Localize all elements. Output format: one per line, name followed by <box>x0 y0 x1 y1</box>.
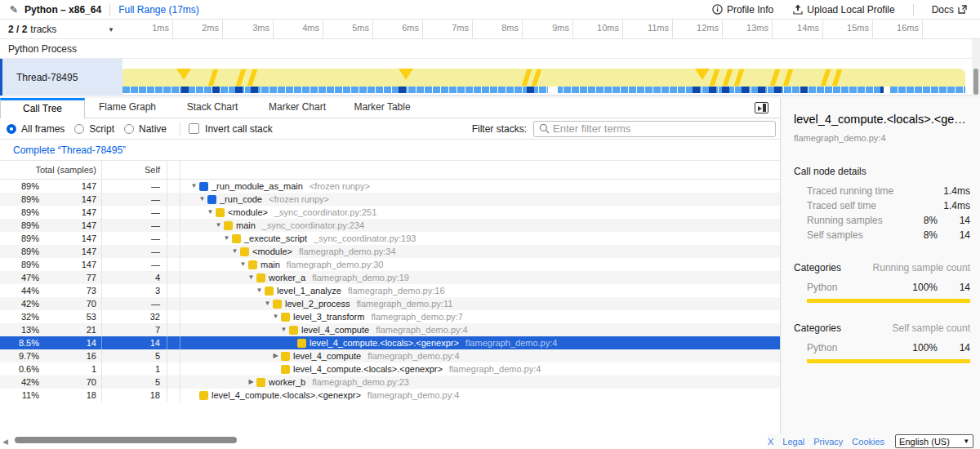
footer-link-privacy[interactable]: Privacy <box>813 437 843 447</box>
expand-collapse-icon[interactable]: ▼ <box>254 284 265 297</box>
filter-stacks-input[interactable] <box>553 122 775 135</box>
column-header-self[interactable]: Self <box>102 161 167 179</box>
tracks-count-label: tracks <box>30 24 56 35</box>
breadcrumb: Complete “Thread-78495” <box>0 140 780 161</box>
marker-slash-icon[interactable] <box>522 69 532 86</box>
marker-triangle-icon[interactable] <box>176 69 191 80</box>
marker-slash-icon[interactable] <box>821 69 831 86</box>
footer-link-cookies[interactable]: Cookies <box>852 437 884 447</box>
timeline-scroll-thumb[interactable] <box>973 69 978 95</box>
tab-marker-chart[interactable]: Marker Chart <box>255 98 340 118</box>
categories-title: Categories <box>794 322 893 334</box>
expand-collapse-icon[interactable]: ▼ <box>213 219 224 232</box>
marker-slash-icon[interactable] <box>770 69 780 86</box>
expand-collapse-icon[interactable]: ▶ <box>270 349 281 362</box>
row-spacer <box>167 362 180 376</box>
expand-collapse-icon[interactable]: ▼ <box>278 323 289 336</box>
expand-collapse-icon[interactable]: ▼ <box>262 297 273 310</box>
function-file: flamegraph_demo.py:30 <box>287 258 384 271</box>
ruler-gridline <box>922 20 923 38</box>
tab-call-tree[interactable]: Call Tree <box>0 98 85 118</box>
expand-collapse-icon[interactable]: ▼ <box>221 232 232 245</box>
marker-slash-icon[interactable] <box>783 69 793 86</box>
tab-marker-table[interactable]: Marker Table <box>340 98 425 118</box>
expand-collapse-icon[interactable]: ▼ <box>246 271 256 284</box>
detail-percent: 8% <box>902 228 938 242</box>
full-range-button[interactable]: Full Range (17ms) <box>118 4 199 16</box>
language-select[interactable]: English (US) ▼ <box>895 434 973 448</box>
invert-call-stack-label[interactable]: Invert call stack <box>205 123 273 135</box>
tab-flame-graph[interactable]: Flame Graph <box>85 98 170 118</box>
marker-slash-icon[interactable] <box>734 69 744 86</box>
sidebar-detail-row: Self samples 8% 14 <box>794 228 970 242</box>
expand-collapse-icon[interactable]: ▼ <box>229 245 240 258</box>
thread-track-label[interactable]: Thread-78495 <box>0 59 122 96</box>
thread-track[interactable]: Thread-78495 <box>0 59 980 96</box>
footer-link-legal[interactable]: Legal <box>782 437 804 447</box>
marker-slash-icon[interactable] <box>236 69 246 86</box>
table-row[interactable]: 89%147 — ▼ <module> flamegraph_demo.py:3… <box>0 245 780 258</box>
row-total-count: 1 <box>39 362 101 376</box>
marker-triangle-icon[interactable] <box>695 69 710 80</box>
horizontal-scroll-thumb[interactable] <box>15 437 237 443</box>
expand-collapse-icon[interactable]: ▼ <box>205 206 216 219</box>
sidebar-toggle-icon[interactable] <box>755 102 768 113</box>
edit-pencil-icon[interactable]: ✎ <box>10 4 18 16</box>
profile-info-button[interactable]: Profile Info <box>702 0 783 19</box>
marker-slash-icon[interactable] <box>723 69 733 86</box>
column-header-total[interactable]: Total (samples) <box>0 161 101 179</box>
footer-link-x[interactable]: X <box>768 437 773 447</box>
info-icon <box>712 4 723 15</box>
expand-collapse-icon[interactable]: ▼ <box>197 193 207 206</box>
radio-all-frames[interactable] <box>7 124 16 134</box>
table-row[interactable]: 0.6%1 1 level_4_compute.<locals>.<genexp… <box>0 362 780 376</box>
scroll-left-arrow-icon[interactable]: ◀ <box>2 438 8 446</box>
radio-native[interactable] <box>124 124 134 134</box>
table-row[interactable]: 89%147 — ▼ _run_module_as_main <frozen r… <box>0 180 780 193</box>
horizontal-scrollbar[interactable]: ◀ <box>0 434 780 449</box>
table-row[interactable]: 89%147 — ▼ _execute_script _sync_coordin… <box>0 232 780 245</box>
marker-slash-icon[interactable] <box>532 69 541 86</box>
table-row[interactable]: 89%147 — ▼ main _sync_coordinator.py:234 <box>0 219 780 232</box>
process-track-header[interactable]: Python Process <box>0 39 980 59</box>
table-row[interactable]: 89%147 — ▼ _run_code <frozen runpy> <box>0 193 780 206</box>
tracks-dropdown-button[interactable]: 2 / 2 tracks ▼ <box>0 20 122 39</box>
expand-collapse-icon[interactable]: ▼ <box>270 310 281 323</box>
table-row[interactable]: 89%147 — ▼ <module> _sync_coordinator.py… <box>0 206 780 219</box>
marker-slash-icon[interactable] <box>247 69 257 86</box>
row-spacer <box>167 245 180 258</box>
thread-name: Thread-78495 <box>16 72 78 83</box>
marker-slash-icon[interactable] <box>832 69 842 86</box>
upload-profile-button[interactable]: Upload Local Profile <box>783 0 904 19</box>
radio-label[interactable]: All frames <box>21 123 65 135</box>
radio-label[interactable]: Native <box>139 123 167 135</box>
table-row[interactable]: 8.5%14 14 level_4_compute.<locals>.<gene… <box>0 336 780 349</box>
marker-slash-icon[interactable] <box>710 69 719 86</box>
radio-script[interactable] <box>74 124 84 134</box>
row-function-cell: ▼ <module> flamegraph_demo.py:34 <box>180 245 780 258</box>
marker-triangle-icon[interactable] <box>399 69 413 80</box>
radio-label[interactable]: Script <box>89 123 114 135</box>
tab-stack-chart[interactable]: Stack Chart <box>170 98 255 118</box>
marker-slash-icon[interactable] <box>208 69 218 86</box>
breadcrumb-complete-thread[interactable]: Complete “Thread-78495” <box>13 144 126 156</box>
docs-button[interactable]: Docs <box>922 0 980 19</box>
function-name: level_4_compute.<locals>.<genexpr> <box>310 336 459 349</box>
expand-collapse-icon[interactable]: ▶ <box>246 376 256 389</box>
timeline-vertical-scrollbar[interactable] <box>972 39 980 96</box>
table-row[interactable]: 44%73 3 ▼ level_1_analyze flamegraph_dem… <box>0 284 780 297</box>
table-row[interactable]: 9.7%16 5 ▶ level_4_compute flamegraph_de… <box>0 349 780 362</box>
table-row[interactable]: 47%77 4 ▼ worker_a flamegraph_demo.py:19 <box>0 271 780 284</box>
chevron-down-icon: ▼ <box>108 26 114 33</box>
table-row[interactable]: 42%70 5 ▶ worker_b flamegraph_demo.py:23 <box>0 376 780 389</box>
table-row[interactable]: 89%147 — ▼ main flamegraph_demo.py:30 <box>0 258 780 271</box>
expand-collapse-icon[interactable]: ▼ <box>189 180 199 193</box>
thread-activity-graph[interactable] <box>122 59 965 96</box>
timeline-ruler[interactable]: 2 / 2 tracks ▼ 1ms2ms3ms4ms5ms6ms7ms8ms9… <box>0 20 980 39</box>
table-row[interactable]: 32%53 32 ▼ level_3_transform flamegraph_… <box>0 310 780 323</box>
table-row[interactable]: 13%21 7 ▼ level_4_compute flamegraph_dem… <box>0 323 780 336</box>
table-row[interactable]: 42%70 — ▼ level_2_process flamegraph_dem… <box>0 297 780 310</box>
invert-call-stack-checkbox[interactable] <box>189 123 199 134</box>
expand-collapse-icon[interactable]: ▼ <box>238 258 248 271</box>
table-row[interactable]: 11%18 18 level_4_compute.<locals>.<genex… <box>0 389 780 402</box>
